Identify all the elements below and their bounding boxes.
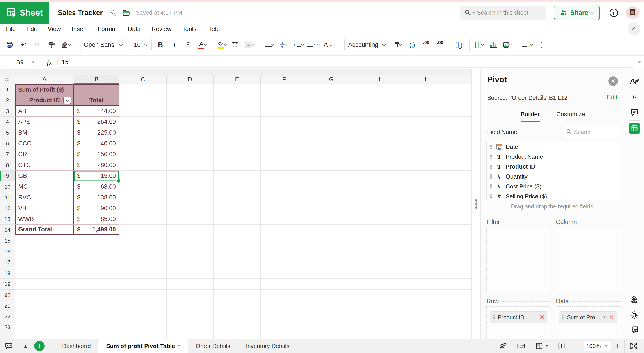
freeze-panes-button[interactable] xyxy=(530,339,552,353)
row-header[interactable]: 5 xyxy=(0,127,15,138)
empty-cells[interactable] xyxy=(120,257,472,268)
number-format-select[interactable]: Accounting xyxy=(344,38,389,51)
cell-column-a[interactable] xyxy=(15,279,74,290)
sheet-list-button[interactable]: ▲ xyxy=(23,344,28,349)
currency-format-button[interactable]: ₹ xyxy=(392,38,405,51)
row-header[interactable]: 18 xyxy=(0,268,15,279)
cell-column-a[interactable]: Grand Total xyxy=(15,225,74,236)
search-input[interactable] xyxy=(476,9,536,16)
empty-cells[interactable] xyxy=(120,149,472,160)
sheet-tab-menu-icon[interactable] xyxy=(178,345,180,347)
cell-column-b[interactable]: $1,499.00 xyxy=(74,225,120,236)
conditional-format-button[interactable] xyxy=(453,38,466,51)
column-header[interactable]: I xyxy=(402,75,449,84)
row-header[interactable]: 19 xyxy=(0,279,15,290)
cell-column-a[interactable] xyxy=(15,236,74,246)
menu-item[interactable]: Edit xyxy=(21,26,42,33)
empty-cells[interactable] xyxy=(120,236,472,246)
document-title[interactable]: Sales Tracker xyxy=(58,9,103,17)
sort-button[interactable]: ↓ xyxy=(520,38,534,51)
cell-column-b[interactable] xyxy=(74,236,120,246)
cell-column-a[interactable]: CCC xyxy=(15,138,74,149)
menu-item[interactable]: Help xyxy=(202,26,225,33)
cell-column-b[interactable] xyxy=(74,322,120,333)
view-settings-icon[interactable] xyxy=(629,294,640,306)
info-button[interactable] xyxy=(609,8,619,18)
column-header[interactable]: E xyxy=(214,75,261,84)
sheet-tab[interactable]: Order Details xyxy=(188,339,238,353)
app-logo[interactable]: Sheet xyxy=(0,2,49,24)
cell-column-a[interactable]: BM xyxy=(15,127,74,138)
cell-column-b[interactable] xyxy=(74,290,120,300)
cell-column-b[interactable] xyxy=(74,246,120,257)
row-header[interactable]: 8 xyxy=(0,160,15,171)
column-header[interactable] xyxy=(449,75,472,84)
fit-to-screen-button[interactable] xyxy=(552,339,570,353)
bold-button[interactable]: B xyxy=(154,38,167,51)
strikethrough-button[interactable]: S xyxy=(182,38,195,51)
pivot-filter-dropdown-button[interactable] xyxy=(63,97,71,104)
vertical-align-button[interactable] xyxy=(277,38,290,51)
cell-column-b[interactable]: $40.00 xyxy=(74,138,120,149)
cell-column-b[interactable] xyxy=(74,311,120,322)
print-button[interactable] xyxy=(3,38,16,51)
drag-handle-icon[interactable] xyxy=(490,145,492,149)
column-header[interactable]: H xyxy=(355,75,402,84)
empty-cells[interactable] xyxy=(120,311,472,322)
row-header[interactable]: 11 xyxy=(0,192,15,203)
cell-column-b[interactable]: Total xyxy=(74,95,120,106)
cell-column-b[interactable]: $150.00 xyxy=(74,149,120,160)
cell-column-a[interactable]: Sum of Profit ($) xyxy=(15,84,74,95)
menu-item[interactable]: File xyxy=(0,26,21,33)
select-all-corner[interactable] xyxy=(0,75,15,84)
freeze-dropdown-icon[interactable] xyxy=(546,345,548,347)
menu-item[interactable]: Insert xyxy=(66,26,92,33)
insert-function-button[interactable]: fx xyxy=(47,58,52,66)
row-header[interactable]: 1 xyxy=(0,84,15,95)
fill-color-button[interactable] xyxy=(216,38,228,51)
sheet-tab[interactable]: Sum of profit Pivot Table xyxy=(98,339,188,353)
empty-cells[interactable] xyxy=(120,225,472,236)
cell-column-a[interactable] xyxy=(15,300,74,311)
user-avatar[interactable] xyxy=(626,6,639,19)
cell-column-a[interactable]: CTC xyxy=(15,160,74,171)
row-header[interactable]: 13 xyxy=(0,214,15,225)
cell-column-a[interactable]: CR xyxy=(15,149,74,160)
cell-column-b[interactable]: $68.00 xyxy=(74,181,120,192)
cell-column-a[interactable]: RVC xyxy=(15,192,74,203)
field-list-item[interactable]: # Quantity xyxy=(487,172,621,181)
field-list-item[interactable]: T Product Name xyxy=(487,152,621,162)
field-list-item[interactable]: 31 Date xyxy=(487,142,621,152)
empty-cells[interactable] xyxy=(120,84,472,95)
drag-handle-icon[interactable] xyxy=(490,174,492,179)
cell-column-a[interactable]: AB xyxy=(15,106,74,117)
clear-format-button[interactable] xyxy=(59,38,72,51)
cell-column-a[interactable] xyxy=(15,311,74,322)
column-header[interactable]: C xyxy=(120,75,166,84)
add-sheet-button[interactable]: + xyxy=(34,341,44,351)
cell-column-b[interactable]: $280.00 xyxy=(74,160,120,171)
zoom-out-button[interactable]: − xyxy=(570,339,584,353)
row-header[interactable]: 12 xyxy=(0,203,15,214)
cell-column-b[interactable] xyxy=(74,257,120,268)
row-header[interactable]: 16 xyxy=(0,246,15,257)
row-header[interactable]: 22 xyxy=(0,311,15,322)
cell-column-a[interactable] xyxy=(15,268,74,279)
menu-item[interactable]: Data xyxy=(122,26,146,33)
cell-column-a[interactable] xyxy=(15,322,74,333)
cell-column-a[interactable] xyxy=(15,290,74,300)
empty-cells[interactable] xyxy=(120,127,472,138)
undo-button[interactable]: ↶ xyxy=(17,38,30,51)
aggregate-dropdown-icon[interactable] xyxy=(603,316,606,318)
empty-cells[interactable] xyxy=(120,171,472,181)
empty-cells[interactable] xyxy=(120,333,472,339)
italic-button[interactable]: I xyxy=(168,38,181,51)
zoom-dropdown-icon[interactable] xyxy=(603,341,611,351)
column-header[interactable]: B xyxy=(74,75,120,84)
remove-field-icon[interactable]: ✕ xyxy=(539,314,544,320)
collaborators-chat-button[interactable] xyxy=(494,339,512,353)
font-family-select[interactable]: Open Sans xyxy=(80,38,126,51)
row-field-chip[interactable]: Product ID ✕ xyxy=(490,311,547,323)
more-tools-button[interactable]: ⋮ xyxy=(535,38,548,51)
comma-format-button[interactable]: (,) xyxy=(406,38,419,51)
